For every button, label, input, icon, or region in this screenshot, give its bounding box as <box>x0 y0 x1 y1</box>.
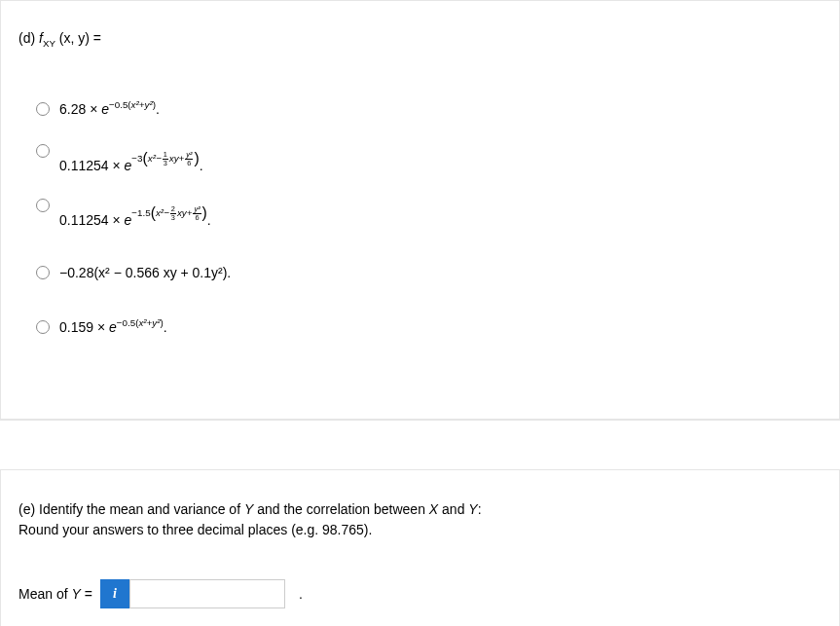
info-icon[interactable]: i <box>100 579 129 608</box>
radio-b[interactable] <box>36 144 50 158</box>
e-x1: X <box>429 501 438 517</box>
e-exp-in: x²+y² <box>138 317 160 328</box>
option-d[interactable]: −0.28(x² − 0.566 xy + 0.1y²). <box>36 251 822 294</box>
b-frac1: 13 <box>162 151 169 166</box>
b-f2n: y² <box>186 150 192 159</box>
input-group: Mean of Y = i . Variance of Y = i . Corr… <box>18 579 822 626</box>
part-e-section: (e) Identify the mean and variance of Y … <box>0 469 840 626</box>
b-frac2: y²6 <box>184 151 194 166</box>
radio-c[interactable] <box>36 199 50 212</box>
e-tail: . <box>164 319 167 335</box>
mean-row: Mean of Y = i . <box>18 579 822 608</box>
option-a-text: 6.28 × e−0.5(x²+y²). <box>59 97 160 120</box>
a-tail: . <box>156 101 160 117</box>
e-l1a: (e) Identify the mean and variance of <box>18 501 244 517</box>
radio-e[interactable] <box>36 320 50 334</box>
option-d-text: −0.28(x² − 0.566 xy + 0.1y²). <box>59 262 231 283</box>
part-e-prompt: (e) Identify the mean and variance of Y … <box>18 499 822 540</box>
c-lp: ( <box>151 204 156 221</box>
b-tail: . <box>200 158 203 173</box>
b-minus: −3 <box>131 153 142 164</box>
a-exp-pre: −0.5( <box>109 99 131 110</box>
mean-input[interactable] <box>129 579 285 608</box>
e-y2: Y <box>468 501 477 517</box>
c-frac2: y²6 <box>192 205 201 221</box>
e-y1: Y <box>244 501 253 517</box>
b-f1d: 3 <box>163 160 168 166</box>
b-x2: x²− <box>148 153 162 164</box>
option-e[interactable]: 0.159 × e−0.5(x²+y²). <box>36 306 822 349</box>
c-rp: ) <box>202 204 207 221</box>
b-mid: xy+ <box>169 153 185 164</box>
c-minus: −1.5 <box>131 207 150 218</box>
e-l2: Round your answers to three decimal plac… <box>18 522 372 537</box>
mean-eq: = <box>81 586 92 602</box>
option-b-text: 0.11254 × e−3(x²−13xy+y²6). <box>59 151 203 176</box>
c-f1d: 3 <box>170 214 176 221</box>
option-c[interactable]: 0.11254 × e−1.5(x²−23xy+y²6). <box>36 197 822 239</box>
a-coef: 6.28 × <box>59 101 101 117</box>
part-d-section: (d) fXY (x, y) = 6.28 × e−0.5(x²+y²). 0.… <box>1 1 839 420</box>
c-frac1: 23 <box>169 205 177 221</box>
b-rp: ) <box>194 150 199 166</box>
radio-a[interactable] <box>36 102 50 116</box>
e-coef: 0.159 × <box>59 319 109 335</box>
e-l1c: and <box>438 501 468 517</box>
a-e: e <box>101 101 109 117</box>
mean-label: Mean of Y = <box>18 586 92 602</box>
mean-y: Y <box>71 586 80 602</box>
e-e: e <box>109 319 117 335</box>
radio-d[interactable] <box>36 266 50 279</box>
d-args: (x, y) = <box>59 30 101 46</box>
c-x2: x²− <box>156 207 169 218</box>
mean-period: . <box>299 586 303 602</box>
c-f2n: y² <box>194 204 200 213</box>
c-tail: . <box>207 212 211 228</box>
option-a[interactable]: 6.28 × e−0.5(x²+y²). <box>36 88 822 130</box>
b-coef: 0.11254 × <box>59 158 125 173</box>
option-e-text: 0.159 × e−0.5(x²+y²). <box>59 315 167 338</box>
c-f2d: 6 <box>193 214 201 221</box>
b-f2d: 6 <box>185 160 193 166</box>
option-b[interactable]: 0.11254 × e−3(x²−13xy+y²6). <box>36 142 822 185</box>
e-l1b: and the correlation between <box>253 501 429 517</box>
d-sub: XY <box>43 38 55 49</box>
option-c-text: 0.11254 × e−1.5(x²−23xy+y²6). <box>59 205 211 231</box>
options-group: 6.28 × e−0.5(x²+y²). 0.11254 × e−3(x²−13… <box>18 88 822 349</box>
d-prefix: (d) <box>18 30 39 46</box>
part-d-label: (d) fXY (x, y) = <box>18 30 822 49</box>
mean-la: Mean of <box>18 586 71 602</box>
c-coef: 0.11254 × <box>59 212 125 228</box>
c-mid: xy+ <box>177 207 193 218</box>
e-exp-pre: −0.5( <box>117 317 139 328</box>
b-lp: ( <box>143 150 148 166</box>
e-l1d: : <box>478 501 482 517</box>
a-exp-in: x²+y² <box>131 99 153 110</box>
